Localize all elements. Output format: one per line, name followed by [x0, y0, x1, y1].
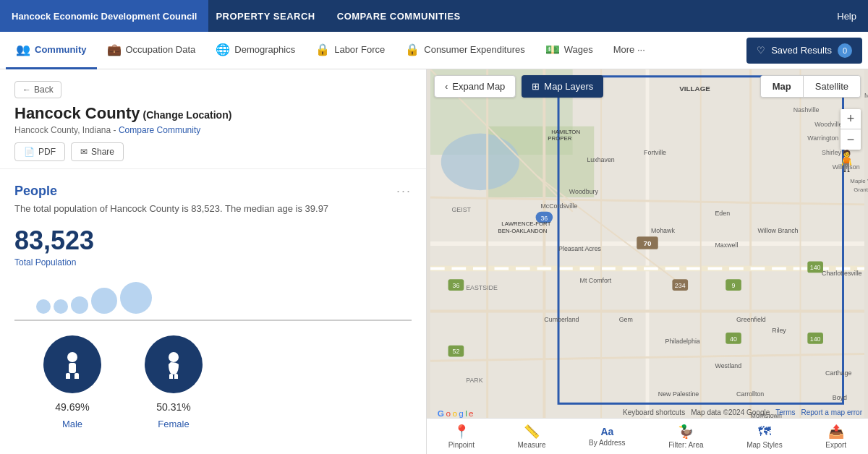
saved-count: 0	[838, 43, 852, 58]
svg-text:PARK: PARK	[466, 377, 483, 384]
share-button[interactable]: ✉ Share	[71, 142, 124, 161]
svg-text:Grant City: Grant City	[854, 187, 868, 193]
male-figure-icon	[58, 350, 87, 379]
chart-dots	[14, 282, 412, 314]
report-error-link[interactable]: Report a map error	[801, 408, 862, 416]
chart-dot-medium	[71, 296, 88, 314]
pdf-button[interactable]: 📄 PDF	[14, 142, 65, 161]
population-label: Total Population	[14, 257, 412, 267]
keyboard-shortcuts[interactable]: Keyboard shortcuts	[623, 408, 685, 416]
section-options-button[interactable]: ···	[396, 184, 412, 199]
pinpoint-tool[interactable]: 📍 Pinpoint	[443, 421, 480, 452]
gender-icons-row: 49.69% Male	[14, 335, 412, 429]
filter-area-tool[interactable]: 🦆 Filter: Area	[663, 421, 709, 452]
zoom-out-button[interactable]: −	[841, 129, 861, 150]
saved-results-button[interactable]: ♡ Saved Results 0	[746, 38, 862, 64]
svg-rect-5	[169, 374, 173, 379]
svg-text:Westland: Westland	[715, 362, 741, 369]
chart-dot-xlarge	[120, 282, 152, 314]
community-icon: 👥	[16, 43, 30, 56]
map-background[interactable]: 70 36 VILLAGE Markleville Nashville Wood…	[427, 69, 868, 418]
svg-text:Mt Comfort: Mt Comfort	[580, 277, 612, 284]
tab-more[interactable]: More ···	[603, 32, 655, 69]
map-styles-tool[interactable]: 🗺 Map Styles	[741, 421, 788, 452]
tab-community[interactable]: 👥 Community	[6, 32, 97, 69]
map-panel: ‹ Expand Map ⊞ Map Layers Map Satellite	[427, 69, 868, 454]
terms-link[interactable]: Terms	[775, 408, 795, 416]
section-title-row: People ···	[14, 184, 412, 199]
expand-map-button[interactable]: ‹ Expand Map	[434, 75, 516, 98]
svg-text:Philadelphia: Philadelphia	[665, 338, 700, 345]
export-tool[interactable]: 📤 Export	[820, 421, 852, 452]
tab-demographics-label: Demographics	[234, 44, 295, 55]
female-item: 50.31% Female	[145, 335, 203, 429]
change-location-link[interactable]: (Change Location)	[142, 109, 231, 121]
pegman-icon[interactable]: 🧍	[834, 149, 859, 173]
svg-text:Riley: Riley	[772, 327, 786, 334]
zoom-in-button[interactable]: +	[841, 109, 861, 129]
svg-text:l: l	[465, 408, 467, 418]
help-link[interactable]: Help	[837, 11, 856, 22]
heart-icon: ♡	[757, 45, 765, 56]
wages-icon: 💵	[545, 43, 560, 56]
pdf-icon: 📄	[24, 147, 35, 157]
map-type-map-button[interactable]: Map	[761, 76, 803, 97]
brand-logo[interactable]: Hancock Economic Development Council	[0, 0, 208, 32]
people-description: The total population of Hancock County i…	[14, 203, 412, 214]
svg-text:New Palestine: New Palestine	[658, 390, 699, 398]
svg-rect-6	[174, 374, 178, 379]
female-circle	[145, 335, 203, 393]
svg-text:McCordsville: McCordsville	[540, 202, 577, 210]
svg-text:o: o	[452, 408, 457, 418]
svg-text:234: 234	[675, 282, 686, 289]
chart-dot-small-1	[36, 299, 51, 314]
tab-occupation-data[interactable]: 💼 Occupation Data	[97, 32, 206, 69]
svg-text:Nashville: Nashville	[793, 106, 820, 113]
compare-communities-link[interactable]: COMPARE COMMUNITIES	[337, 11, 461, 22]
location-name-row: Hancock County (Change Location)	[14, 104, 412, 123]
gender-chart: 49.69% Male	[14, 282, 412, 429]
svg-text:Woodville: Woodville	[814, 121, 842, 128]
measure-tool[interactable]: 📏 Measure	[512, 421, 552, 452]
svg-text:Fortville: Fortville	[644, 149, 666, 156]
svg-text:Gem: Gem	[619, 316, 633, 323]
pinpoint-icon: 📍	[454, 424, 469, 440]
svg-text:36: 36	[452, 282, 459, 289]
export-label: Export	[825, 441, 846, 449]
svg-text:Mohawk: Mohawk	[651, 227, 676, 234]
back-label: Back	[34, 85, 54, 95]
compare-community-link[interactable]: Compare Community	[119, 125, 200, 135]
svg-text:Carthage: Carthage	[825, 369, 851, 377]
property-search-link[interactable]: PROPERTY SEARCH	[216, 11, 315, 22]
by-address-tool[interactable]: Aa By Address	[583, 423, 631, 450]
svg-rect-3	[75, 373, 79, 379]
tab-wages[interactable]: 💵 Wages	[535, 32, 603, 69]
location-subtext: Hancock County, Indiana - Compare Commun…	[14, 125, 412, 135]
svg-rect-2	[66, 373, 70, 379]
people-section: People ··· The total population of Hanco…	[0, 169, 426, 454]
labor-icon: 🔒	[315, 43, 330, 56]
svg-text:140: 140	[810, 264, 821, 271]
svg-point-0	[67, 352, 77, 362]
action-buttons: 📄 PDF ✉ Share	[14, 142, 412, 161]
svg-text:Maple Valley: Maple Valley	[850, 178, 868, 184]
top-nav-links: PROPERTY SEARCH COMPARE COMMUNITIES	[216, 11, 460, 22]
svg-text:140: 140	[810, 335, 821, 343]
svg-point-10	[441, 134, 519, 191]
back-button[interactable]: ← Back	[14, 81, 61, 98]
tab-demographics[interactable]: 🌐 Demographics	[205, 32, 305, 69]
svg-text:g: g	[459, 408, 464, 418]
map-bottom-toolbar: 📍 Pinpoint 📏 Measure Aa By Address 🦆 Fil…	[427, 418, 868, 454]
svg-text:Greenfield: Greenfield	[736, 316, 766, 323]
tab-labor-force[interactable]: 🔒 Labor Force	[305, 32, 395, 69]
svg-text:52: 52	[452, 348, 459, 355]
svg-text:Boyd: Boyd	[833, 394, 847, 401]
map-layers-button[interactable]: ⊞ Map Layers	[522, 75, 603, 98]
svg-text:Charlottesville: Charlottesville	[822, 270, 862, 277]
tab-consumer-expenditures[interactable]: 🔒 Consumer Expenditures	[395, 32, 535, 69]
svg-rect-1	[69, 363, 76, 373]
male-label: Male	[62, 419, 82, 429]
map-zoom-controls: + −	[841, 109, 861, 150]
map-type-satellite-button[interactable]: Satellite	[804, 76, 860, 97]
chevron-left-icon: ‹	[445, 81, 448, 92]
